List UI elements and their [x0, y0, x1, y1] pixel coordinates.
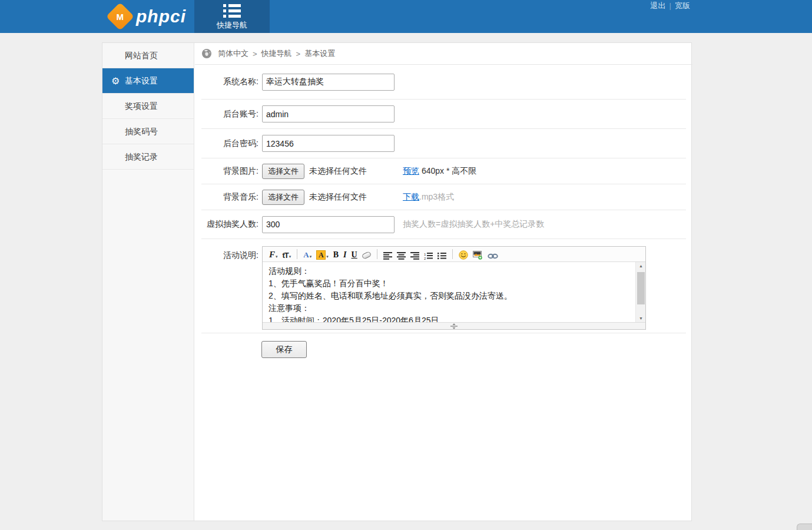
sidebar-item-label: 网站首页	[125, 51, 158, 60]
scroll-up-icon[interactable]: ▲	[636, 264, 645, 268]
align-center-icon	[397, 252, 406, 260]
insert-link-button[interactable]	[488, 249, 498, 260]
font-family-button[interactable]: F ▾	[269, 249, 278, 260]
scrollbar-thumb[interactable]	[637, 272, 645, 304]
editor-line: 1、凭手气赢奖品！百分百中奖！	[269, 277, 630, 290]
system-name-input[interactable]	[262, 74, 395, 91]
activity-desc-label: 活动说明:	[201, 239, 258, 261]
unordered-list-icon	[438, 252, 446, 260]
sidebar-item-label: 抽奖码号	[125, 127, 158, 136]
bold-icon: B	[333, 250, 339, 260]
toolbar-separator	[297, 249, 297, 259]
link-icon	[488, 253, 498, 260]
chevron-down-icon: ▾	[289, 254, 291, 260]
align-left-icon	[383, 252, 392, 260]
breadcrumb-part-language[interactable]: 简体中文	[218, 48, 248, 59]
insert-image-button[interactable]	[473, 249, 483, 260]
align-right-button[interactable]	[410, 249, 419, 260]
font-size-button[interactable]: tT ▾	[283, 249, 291, 260]
gear-icon: ⚙	[111, 68, 120, 94]
nav-tab-quick-navigation[interactable]: 快捷导航	[194, 0, 270, 33]
logo-text: phpci	[136, 6, 186, 26]
sidebar-item-label: 抽奖记录	[125, 152, 158, 161]
breadcrumb-part-basic-settings: 基本设置	[304, 48, 335, 59]
bg-music-choose-file-button[interactable]: 选择文件	[262, 190, 304, 205]
editor-text[interactable]: 活动规则： 1、凭手气赢奖品！百分百中奖！ 2、填写的姓名、电话和联系地址必须真…	[263, 262, 645, 322]
chevron-down-icon: ▾	[276, 254, 278, 260]
align-right-icon	[410, 252, 419, 260]
breadcrumb: 简体中文 > 快捷导航 > 基本设置	[195, 43, 692, 65]
admin-account-input[interactable]	[262, 105, 395, 122]
logout-link[interactable]: 退出	[651, 1, 666, 10]
highlight-color-button[interactable]: A ▾	[316, 249, 329, 260]
underline-icon: U	[352, 250, 357, 260]
form-row-virtual-count: 虚拟抽奖人数: 抽奖人数=虚拟抽奖人数+中奖总记录数	[201, 210, 686, 239]
form-row-bg-music: 背景音乐: 选择文件 未选择任何文件 下载.mp3格式	[201, 184, 686, 210]
main-panel: 网站首页 ⚙ 基本设置 奖项设置 抽奖码号 抽奖记录 简体中文 > 快捷导航 >…	[102, 42, 692, 521]
sidebar-item-label: 奖项设置	[125, 101, 158, 111]
sidebar-item-basic-settings[interactable]: ⚙ 基本设置	[102, 68, 194, 94]
editor-toolbar: F ▾ tT ▾ A ▾ A ▾	[263, 247, 645, 262]
align-center-button[interactable]	[397, 249, 406, 260]
emoticon-button[interactable]	[459, 249, 468, 260]
logo-diamond-icon: M	[106, 2, 134, 31]
app-logo: M phpci	[108, 4, 186, 29]
sidebar-item-home[interactable]: 网站首页	[102, 43, 194, 68]
bg-image-size-hint: 640px * 高不限	[419, 166, 476, 175]
underline-button[interactable]: U	[352, 249, 357, 260]
bg-image-no-file-text: 未选择任何文件	[309, 166, 367, 177]
sidebar-item-lottery-records[interactable]: 抽奖记录	[102, 144, 194, 170]
bg-image-choose-file-button[interactable]: 选择文件	[262, 164, 304, 179]
sidebar-item-label: 基本设置	[125, 76, 158, 85]
remove-format-button[interactable]	[362, 249, 371, 260]
align-left-button[interactable]	[383, 249, 392, 260]
editor-line: 1、活动时间：2020年5月25日-2020年6月25日	[269, 314, 630, 322]
sidebar-item-lottery-codes[interactable]: 抽奖码号	[102, 119, 194, 144]
smiley-icon	[459, 250, 468, 260]
toolbar-separator	[452, 249, 453, 259]
header-links: 退出|宽版	[651, 1, 690, 11]
eraser-icon	[361, 251, 371, 259]
editor-resize-bar[interactable]	[263, 322, 645, 329]
scroll-down-icon[interactable]: ▼	[636, 316, 645, 320]
horizontal-scrollbar-thumb[interactable]	[797, 524, 812, 530]
editor-scrollbar[interactable]: ▲ ▼	[635, 262, 645, 322]
breadcrumb-separator: >	[296, 49, 301, 58]
resize-grip-icon	[450, 323, 458, 329]
editor-line: 2、填写的姓名、电话和联系地址必须真实，否则奖品没办法寄送。	[269, 290, 630, 302]
bg-image-label: 背景图片:	[201, 166, 258, 177]
sidebar-item-prize-settings[interactable]: 奖项设置	[102, 94, 194, 119]
bg-image-preview-link[interactable]: 预览	[403, 166, 419, 175]
form-row-activity-desc: 活动说明: F ▾ tT ▾ A ▾	[201, 239, 686, 333]
system-name-label: 系统名称:	[201, 77, 258, 87]
text-color-icon: A	[303, 250, 309, 260]
svg-text:1: 1	[424, 252, 426, 256]
bold-button[interactable]: B	[333, 249, 339, 260]
logo-mark: M	[117, 12, 124, 22]
chevron-down-icon: ▾	[326, 254, 329, 260]
wide-version-link[interactable]: 宽版	[675, 1, 690, 10]
bg-music-label: 背景音乐:	[201, 192, 258, 203]
nav-tab-label: 快捷导航	[194, 20, 270, 31]
svg-text:2: 2	[424, 257, 426, 260]
ordered-list-button[interactable]: 12	[424, 249, 433, 260]
font-size-icon: tT	[283, 251, 289, 260]
save-area: 保存	[201, 333, 686, 358]
bg-music-download-link[interactable]: 下载	[403, 192, 419, 201]
top-header: M phpci 快捷导航 退出|宽版	[0, 0, 812, 33]
bg-music-no-file-text: 未选择任何文件	[309, 192, 367, 203]
admin-password-input[interactable]	[262, 135, 395, 152]
italic-button[interactable]: I	[343, 249, 346, 260]
list-icon	[223, 4, 241, 18]
font-family-icon: F	[269, 250, 275, 260]
chevron-down-icon: ▾	[310, 254, 312, 260]
editor-content-area: 活动规则： 1、凭手气赢奖品！百分百中奖！ 2、填写的姓名、电话和联系地址必须真…	[263, 262, 645, 322]
unordered-list-button[interactable]	[438, 249, 446, 260]
text-color-button[interactable]: A ▾	[303, 249, 311, 260]
sidebar: 网站首页 ⚙ 基本设置 奖项设置 抽奖码号 抽奖记录	[102, 43, 194, 521]
form-row-bg-image: 背景图片: 选择文件 未选择任何文件 预览 640px * 高不限	[201, 158, 686, 184]
virtual-count-input[interactable]	[262, 216, 395, 233]
bg-music-format-hint: .mp3格式	[419, 192, 454, 201]
breadcrumb-part-quick-navigation[interactable]: 快捷导航	[261, 48, 292, 59]
save-button[interactable]: 保存	[261, 341, 307, 358]
